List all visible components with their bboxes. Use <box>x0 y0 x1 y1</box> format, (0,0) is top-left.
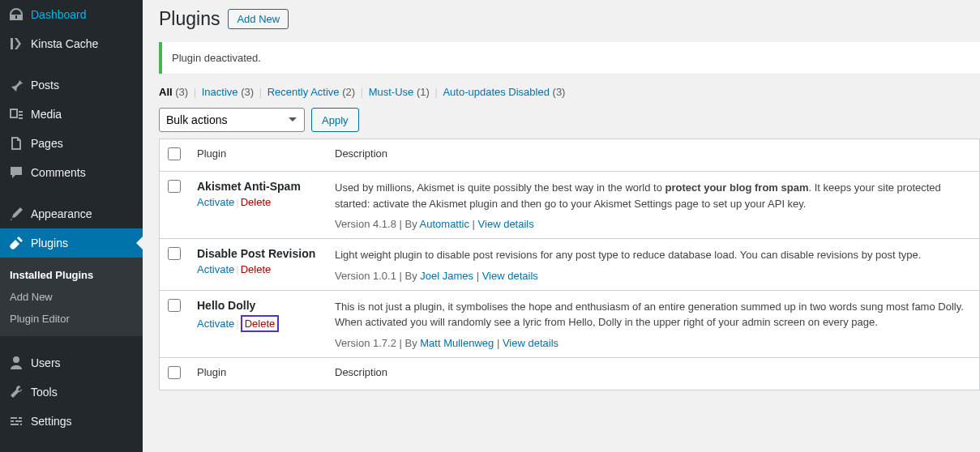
sidebar-item-label: Posts <box>31 79 59 92</box>
sidebar-item-label: Plugins <box>31 237 68 249</box>
plugin-meta: Version 1.0.1 | By Joel James | View det… <box>335 270 971 282</box>
plugin-row: Disable Post RevisionActivate|DeleteLigh… <box>160 239 980 291</box>
sidebar-item-label: Pages <box>31 137 63 150</box>
sidebar-item-label: Users <box>31 356 61 369</box>
add-new-button[interactable]: Add New <box>228 9 289 29</box>
filter-auto-updates-disabled[interactable]: Auto-updates Disabled <box>443 86 552 98</box>
plugin-description: Used by millions, Akismet is quite possi… <box>335 180 971 211</box>
sidebar-item-appearance[interactable]: Appearance <box>0 199 143 228</box>
sidebar-item-label: Settings <box>31 415 72 428</box>
plugin-row: Hello DollyActivate|DeleteThis is not ju… <box>160 290 980 357</box>
wrench-icon <box>8 384 24 400</box>
filter-all[interactable]: All <box>159 86 175 98</box>
sidebar-item-users[interactable]: Users <box>0 348 143 377</box>
sidebar-item-label: Appearance <box>31 207 92 220</box>
author-link[interactable]: Automattic <box>420 218 469 230</box>
sidebar-item-comments[interactable]: Comments <box>0 158 143 187</box>
plugins-submenu: Installed PluginsAdd NewPlugin Editor <box>0 258 143 336</box>
sidebar-item-posts[interactable]: Posts <box>0 70 143 100</box>
notice-success: Plugin deactivated. <box>159 42 980 74</box>
col-description-footer[interactable]: Description <box>327 357 980 390</box>
filter-count: (3) <box>553 86 566 98</box>
pin-icon <box>8 77 24 93</box>
plugin-checkbox[interactable] <box>168 180 181 193</box>
sidebar-item-label: Media <box>31 108 62 121</box>
delete-link[interactable]: Delete <box>241 263 272 275</box>
filter-count: (2) <box>342 86 355 98</box>
activate-link[interactable]: Activate <box>197 196 234 208</box>
plugin-checkbox[interactable] <box>168 299 181 312</box>
main-content: Plugins Add New Plugin deactivated. All … <box>143 0 980 452</box>
dashboard-icon <box>8 6 24 23</box>
notice-text: Plugin deactivated. <box>172 52 261 64</box>
plugin-checkbox[interactable] <box>168 247 181 260</box>
sidebar-item-label: Comments <box>31 166 86 179</box>
view-details-link[interactable]: View details <box>503 337 558 349</box>
author-link[interactable]: Joel James <box>420 270 473 282</box>
col-plugin-footer[interactable]: Plugin <box>189 357 327 390</box>
view-details-link[interactable]: View details <box>478 218 534 230</box>
activate-link[interactable]: Activate <box>197 263 234 275</box>
plugin-name: Hello Dolly <box>197 299 319 312</box>
submenu-item-add-new[interactable]: Add New <box>0 286 143 308</box>
sidebar-item-settings[interactable]: Settings <box>0 407 143 436</box>
author-link[interactable]: Matt Mullenweg <box>420 337 494 349</box>
apply-button[interactable]: Apply <box>311 108 359 132</box>
kinsta-icon <box>8 36 24 52</box>
plugin-name: Disable Post Revision <box>197 247 319 260</box>
sliders-icon <box>8 413 24 429</box>
page-icon <box>8 135 24 151</box>
brush-icon <box>8 206 24 222</box>
plug-icon <box>8 235 24 251</box>
media-icon <box>8 106 24 122</box>
plugin-description: Light weight plugin to disable post revi… <box>335 247 971 263</box>
sidebar-item-plugins[interactable]: Plugins <box>0 228 143 258</box>
plugin-description: This is not just a plugin, it symbolises… <box>335 299 971 330</box>
plugin-meta: Version 4.1.8 | By Automattic | View det… <box>335 218 971 230</box>
sidebar-item-label: Tools <box>31 386 58 399</box>
delete-link[interactable]: Delete <box>241 315 280 332</box>
user-icon <box>8 355 24 371</box>
plugin-row: Akismet Anti-SpamActivate|DeleteUsed by … <box>160 172 980 239</box>
filter-count: (3) <box>175 86 188 98</box>
filter-recently-active[interactable]: Recently Active <box>267 86 343 98</box>
sidebar-item-tools[interactable]: Tools <box>0 377 143 407</box>
filter-count: (3) <box>241 86 254 98</box>
page-title: Plugins <box>159 8 220 30</box>
activate-link[interactable]: Activate <box>197 318 234 330</box>
col-description-header[interactable]: Description <box>327 139 980 172</box>
comment-icon <box>8 164 24 181</box>
delete-link[interactable]: Delete <box>241 196 272 208</box>
sidebar-item-label: Kinsta Cache <box>31 37 98 50</box>
select-all-checkbox[interactable] <box>168 147 181 160</box>
plugin-filters: All (3) | Inactive (3) | Recently Active… <box>159 86 980 98</box>
filter-count: (1) <box>417 86 430 98</box>
plugin-meta: Version 1.7.2 | By Matt Mullenweg | View… <box>335 337 971 349</box>
select-all-checkbox-footer[interactable] <box>168 366 181 379</box>
bulk-actions-select[interactable]: Bulk actions <box>159 108 305 132</box>
plugins-table: Plugin Description Akismet Anti-SpamActi… <box>159 139 980 390</box>
sidebar-item-media[interactable]: Media <box>0 100 143 129</box>
filter-inactive[interactable]: Inactive <box>202 86 241 98</box>
submenu-item-installed-plugins[interactable]: Installed Plugins <box>0 264 143 286</box>
sidebar-item-kinsta-cache[interactable]: Kinsta Cache <box>0 29 143 58</box>
view-details-link[interactable]: View details <box>482 270 538 282</box>
col-plugin-header[interactable]: Plugin <box>189 139 327 172</box>
sidebar-item-pages[interactable]: Pages <box>0 129 143 158</box>
plugin-name: Akismet Anti-Spam <box>197 180 319 193</box>
submenu-item-plugin-editor[interactable]: Plugin Editor <box>0 308 143 330</box>
sidebar-item-label: Dashboard <box>31 8 87 21</box>
admin-sidebar: DashboardKinsta CachePostsMediaPagesComm… <box>0 0 143 452</box>
filter-must-use[interactable]: Must-Use <box>369 86 417 98</box>
sidebar-item-dashboard[interactable]: Dashboard <box>0 0 143 29</box>
